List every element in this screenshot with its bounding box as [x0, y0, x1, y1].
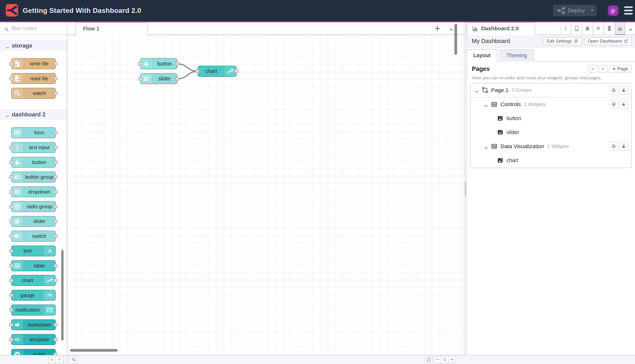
letter-a-icon: A	[44, 246, 55, 256]
sidebar-splitter[interactable]	[464, 22, 467, 364]
zoom-out-button[interactable]	[434, 356, 441, 363]
node-slider[interactable]: slider	[11, 216, 56, 227]
plus-icon	[612, 67, 616, 71]
image-icon	[497, 158, 503, 164]
expand-all-button[interactable]	[599, 65, 607, 73]
node-notification[interactable]: notification	[11, 304, 56, 316]
node-button-group[interactable]: button group	[11, 172, 56, 182]
footer-bar	[0, 355, 635, 364]
add-page-button[interactable]: Page	[609, 65, 631, 73]
tree-item-controls	[609, 142, 628, 150]
node-radio-group[interactable]: radio group	[11, 201, 56, 212]
open-dashboard-button[interactable]: Open Dashboard	[584, 37, 632, 45]
add-flow-button[interactable]	[434, 25, 441, 32]
workspace-grid[interactable]: buttonsliderchart	[68, 35, 464, 355]
navigator-map-button[interactable]	[425, 356, 432, 363]
lock-toggle-button[interactable]	[619, 100, 628, 108]
node-slider[interactable]: slider	[140, 73, 178, 84]
palette-category-storage[interactable]: storage	[0, 40, 67, 51]
chevron-down-icon[interactable]	[484, 102, 488, 106]
node-write-file[interactable]: write file	[11, 58, 56, 69]
palette-expand-all-button[interactable]	[56, 356, 64, 363]
deploy-options-caret-icon[interactable]	[587, 5, 596, 16]
config-tab-button[interactable]: ⚙	[593, 22, 603, 35]
info-tab-button[interactable]: i	[560, 22, 571, 35]
node-event[interactable]: event	[11, 349, 56, 355]
node-dropdown[interactable]: dropdown	[11, 186, 56, 198]
node-label: notification	[12, 305, 44, 315]
node-label: chart	[12, 275, 44, 286]
node-label: write file	[23, 58, 56, 69]
node-watch[interactable]: watch	[11, 88, 56, 99]
node-text[interactable]: Atext	[11, 246, 56, 256]
sidebar-menu-caret-icon[interactable]	[628, 26, 633, 31]
tree-row-chart[interactable]: chart	[470, 153, 631, 167]
node-chart[interactable]: chart	[11, 275, 56, 286]
tree-row-button[interactable]: button	[470, 111, 631, 125]
debug-tab-button[interactable]	[582, 22, 592, 35]
palette-category-dashboard-2[interactable]: dashboard 2	[0, 109, 67, 120]
tab-theming[interactable]: Theming	[500, 50, 534, 62]
node-template[interactable]: template	[11, 334, 56, 345]
edit-settings-button[interactable]: Edit Settings ⚙	[543, 37, 582, 45]
radio-icon	[12, 202, 23, 212]
deploy-button[interactable]: Deploy	[553, 5, 596, 16]
palette-filter[interactable]	[0, 22, 67, 35]
visibility-toggle-button[interactable]	[609, 86, 618, 94]
lock-toggle-button[interactable]	[619, 86, 628, 94]
visibility-toggle-button[interactable]	[609, 142, 618, 150]
file-export-icon	[12, 74, 23, 84]
tab-layout[interactable]: Layout	[467, 50, 497, 62]
zoom-in-button[interactable]	[449, 356, 456, 363]
hand-pointer-icon	[141, 58, 152, 69]
sidebar-tab-label: Dashboard 2.0	[481, 25, 519, 32]
collapse-all-button[interactable]	[588, 65, 597, 73]
canvas-search-button[interactable]	[70, 356, 78, 363]
node-read-file[interactable]: read file	[11, 73, 56, 84]
user-avatar[interactable]: jp	[608, 5, 618, 16]
node-chart[interactable]: chart	[198, 66, 237, 77]
canvas-horizontal-scrollbar[interactable]	[70, 349, 118, 352]
tree-row-page-1[interactable]: Page 12 Groups	[470, 84, 631, 97]
flow-tab[interactable]: Flow 1	[75, 22, 148, 35]
chevron-down-icon[interactable]	[475, 88, 479, 92]
node-label: event	[23, 349, 56, 355]
node-table[interactable]: table	[11, 260, 56, 271]
node-markdown[interactable]: markdown	[11, 319, 56, 330]
tree-item-label: slider	[506, 129, 519, 135]
context-tab-button[interactable]	[604, 22, 614, 35]
node-form[interactable]: form	[11, 127, 56, 138]
tree-row-slider[interactable]: slider	[470, 126, 631, 140]
node-button[interactable]: button	[140, 58, 178, 69]
main-menu-button[interactable]	[624, 6, 632, 14]
dashboard-tab-button[interactable]	[615, 22, 625, 35]
pages-actions: Page	[588, 65, 631, 73]
gear-icon: ⚙	[574, 39, 578, 44]
sidebar-tab-dashboard[interactable]: Dashboard 2.0	[467, 22, 535, 35]
node-label: switch	[23, 231, 56, 241]
flow-list-caret-icon[interactable]	[449, 26, 453, 31]
node-red-logo-icon	[6, 4, 18, 16]
tree-row-data-visualization[interactable]: Data Visualization1 Widgets	[470, 140, 631, 153]
visibility-toggle-button[interactable]	[609, 100, 618, 108]
tree-row-controls[interactable]: Controls2 Widgets	[470, 97, 631, 111]
palette-scrollbar[interactable]	[61, 250, 64, 340]
node-gauge[interactable]: gauge	[11, 290, 56, 301]
palette-category-label: dashboard 2	[12, 111, 45, 118]
node-palette: storagewrite fileread filewatchdashboard…	[0, 22, 67, 355]
canvas-vertical-scrollbar[interactable]	[454, 24, 457, 55]
help-tab-button[interactable]	[571, 22, 581, 35]
palette-filter-input[interactable]	[12, 25, 58, 32]
menu-lines-icon	[12, 187, 23, 197]
header-accent-divider	[0, 21, 635, 22]
node-button[interactable]: button	[11, 157, 56, 168]
node-text-input[interactable]: text input	[11, 142, 56, 153]
zoom-reset-button[interactable]	[441, 356, 449, 363]
chevron-down-icon[interactable]	[484, 144, 488, 148]
palette-collapse-all-button[interactable]	[48, 356, 56, 363]
lock-toggle-button[interactable]	[619, 142, 628, 150]
node-switch[interactable]: switch	[11, 231, 56, 242]
canvas-footer	[68, 355, 464, 364]
node-label: button	[152, 58, 177, 69]
splitter-handle[interactable]	[465, 181, 466, 196]
